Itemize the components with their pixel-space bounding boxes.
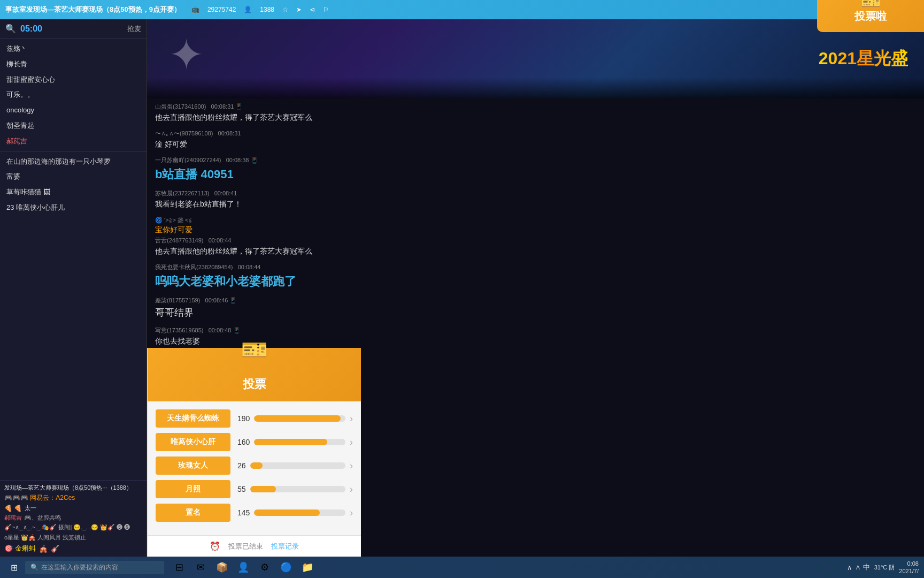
vote-badge[interactable]: 🎫 投票啦 (817, 0, 924, 32)
vote-arrow-1[interactable]: › (350, 413, 353, 424)
users-icon: 👤 (244, 6, 252, 13)
user-names: 太一 (25, 504, 36, 512)
bottom-action-icon2[interactable]: 🎪 (39, 545, 48, 553)
vote-header: 🎫 投票 (148, 348, 361, 401)
list-item[interactable]: 朝圣青起 (0, 118, 147, 134)
taskbar-app-store[interactable]: 📦 (212, 558, 232, 577)
report-icon[interactable]: ⚐ (323, 6, 329, 13)
room-label: 发现场—茶艺大师赛现场（8点50预热···（1388） (4, 484, 142, 492)
vote-button-3[interactable]: 玫瑰女人 (156, 457, 230, 475)
vote-arrow-4[interactable]: › (350, 484, 353, 495)
bottom-action-row: 🎯 金蝌蚪 🎪 🎸 (4, 544, 142, 553)
list-item[interactable]: 兹殇丶 (0, 41, 147, 57)
chat-meta: 舌舌(2487763149) 00:08:44 (155, 237, 916, 245)
vote-candidate: 唯萵侠小心肝 160 › (156, 433, 353, 451)
taskbar-app-mail[interactable]: ✉ (191, 558, 210, 577)
vote-bar-4 (250, 486, 276, 492)
start-button[interactable]: ⊞ (5, 559, 22, 576)
chat-meta: 〜∧｡∧〜(987596108) 00:08:31 (155, 130, 916, 138)
bottom-action-icon[interactable]: 🎯 金蝌蚪 (4, 544, 36, 553)
vote-history-link[interactable]: 投票记录 (271, 542, 299, 551)
vote-button-1[interactable]: 天生媾骨么蜘蛛 (156, 409, 230, 428)
chat-meta: 🌀 '>≧> 盏 <≦ 宝你好可爱 (155, 216, 916, 235)
list-item[interactable]: oncology (0, 103, 147, 118)
chat-text-colored: 宝你好可爱 (155, 224, 916, 235)
danmaku-row2: 🎸~∧_∧_.~._.🎭🎸 摄闹| 😔._. .😔 👑🎸 🅢 🅢 (4, 523, 142, 531)
sidebar-header: 🔍 05:00 抢麦 (0, 19, 147, 39)
vote-arrow-2[interactable]: › (350, 437, 353, 448)
search-icon[interactable]: 🔍 (5, 24, 16, 34)
vote-bar-container-3 (250, 462, 345, 469)
vote-count-3: 26 (237, 461, 246, 470)
stream-stats: 📺 29275742 👤 1388 ☆ ➤ ⊲ ⚐ (191, 6, 329, 13)
bottom-row2: 🎮🎮🎮 网易云：A2Ces (4, 493, 142, 503)
bottom-action-icon3[interactable]: 🎸 (51, 545, 59, 553)
list-item[interactable]: 甜甜蜜蜜安心心 (0, 72, 147, 88)
taskbar-weather: 31°C 阴 (874, 564, 895, 572)
list-item[interactable]: 在山的那边海的那边有一只小琴萝 (0, 154, 147, 170)
taskbar-search-icon: 🔍 (30, 564, 38, 571)
vote-icon: 🎫 (241, 337, 268, 362)
vote-button-2[interactable]: 唯萵侠小心肝 (156, 433, 230, 451)
user-list: 兹殇丶 柳长青 甜甜蜜蜜安心心 可乐。。 oncology 朝圣青起 郝莼吉 在… (0, 39, 147, 480)
vote-candidate: 天生媾骨么蜘蛛 190 › (156, 409, 353, 428)
grab-mic-button[interactable]: 抢麦 (127, 24, 141, 34)
taskbar: ⊞ 🔍 在这里输入你要搜索的内容 ⊟ ✉ 📦 👤 ⚙ 🔵 📁 ∧ ∧ 中 31°… (0, 557, 924, 578)
user-count: 1388 (260, 6, 274, 13)
vote-candidate: 玫瑰女人 26 › (156, 457, 353, 475)
vote-arrow-5[interactable]: › (350, 507, 353, 519)
chat-text-medium: 哥哥结界 (155, 306, 916, 320)
list-item[interactable]: 柳长青 (0, 57, 147, 72)
list-item[interactable]: 富婆 (0, 169, 147, 185)
chat-message: 差柒(817557159) 00:08:46 📱 哥哥结界 (155, 296, 916, 320)
vote-badge-label: 投票啦 (854, 9, 887, 24)
clock-icon: ⏰ (210, 541, 220, 551)
send-icon[interactable]: ➤ (296, 6, 302, 13)
list-item[interactable]: 可乐。。 (0, 87, 147, 103)
vote-candidate: 月照 55 › (156, 480, 353, 498)
vote-button-4[interactable]: 月照 (156, 480, 230, 498)
chat-meta: 我死也要卡秋风(2382089454) 00:08:44 (155, 263, 916, 271)
chat-text: 他去直播跟他的粉丝炫耀，得了茶艺大赛冠军么 (155, 246, 916, 257)
list-item[interactable]: 23 唯萵侠小心肝儿 (0, 200, 147, 216)
vote-arrow-3[interactable]: › (350, 460, 353, 471)
lang-icon[interactable]: ∧ 中 (855, 562, 870, 572)
chat-text: 你也去找老婆 (155, 336, 916, 347)
taskbar-app-blue[interactable]: 🔵 (276, 558, 296, 577)
danmaku-row: 郝莼吉 🎮、盆腔共鸣 (4, 514, 142, 522)
chat-meta: 一只苏幽吖(2409027244) 00:08:38 📱 (155, 156, 916, 164)
vote-button-5[interactable]: 置名 (156, 504, 230, 522)
taskbar-app-folder[interactable]: 📁 (298, 558, 317, 577)
list-item[interactable]: 郝莼吉 (0, 134, 147, 149)
taskbar-right: ∧ ∧ 中 31°C 阴 0:08 2021/7/ (847, 560, 919, 575)
taskbar-app-settings[interactable]: ⚙ (255, 558, 274, 577)
star-icon[interactable]: ☆ (282, 6, 288, 13)
vote-bar-3 (250, 462, 263, 469)
expand-icon[interactable]: ∧ (847, 564, 852, 572)
taskbar-time: 0:08 (899, 560, 919, 567)
taskbar-search[interactable]: 🔍 在这里输入你要搜索的内容 (25, 561, 164, 574)
left-sidebar: 🔍 05:00 抢麦 兹殇丶 柳长青 甜甜蜜蜜安心心 可乐。。 oncology… (0, 19, 147, 557)
top-bar: 事故室发现场—茶艺大师赛现场（8点50预热，9点开赛） 📺 29275742 👤… (0, 0, 924, 19)
taskbar-app-user[interactable]: 👤 (234, 558, 253, 577)
chat-text: 淦 好可爱 (155, 139, 916, 150)
vote-count-4: 55 (237, 485, 246, 493)
chat-message: 一只苏幽吖(2409027244) 00:08:38 📱 b站直播 40951 (155, 156, 916, 183)
taskbar-app-grid[interactable]: ⊟ (170, 558, 189, 577)
decorative-stars: ✦ (168, 30, 204, 80)
chat-meta: 写意(1735619685) 00:08:48 📱 (155, 326, 916, 334)
vote-title: 投票 (243, 376, 266, 392)
sidebar-time: 05:00 (20, 24, 42, 34)
taskbar-icons: ⊟ ✉ 📦 👤 ⚙ 🔵 📁 (170, 558, 317, 577)
vote-footer: ⏰ 投票已结束 投票记录 (148, 535, 361, 557)
chat-message: 山蛋蛋(317341600) 00:08:31 📱 他去直播跟他的粉丝炫耀，得了… (155, 103, 916, 123)
share-icon[interactable]: ⊲ (310, 6, 315, 13)
list-item[interactable]: 草莓咔猫猫 🖼 (0, 185, 147, 200)
main-layout: 🔍 05:00 抢麦 兹殇丶 柳长青 甜甜蜜蜜安心心 可乐。。 oncology… (0, 19, 924, 557)
vote-bar-container-4 (250, 486, 345, 492)
view-count: 29275742 (207, 6, 236, 13)
chat-message: 〜∧｡∧〜(987596108) 00:08:31 淦 好可爱 (155, 130, 916, 150)
vote-bar-container-2 (254, 439, 345, 445)
taskbar-search-placeholder: 在这里输入你要搜索的内容 (41, 563, 118, 572)
chat-area: 山蛋蛋(317341600) 00:08:31 📱 他去直播跟他的粉丝炫耀，得了… (147, 98, 924, 348)
